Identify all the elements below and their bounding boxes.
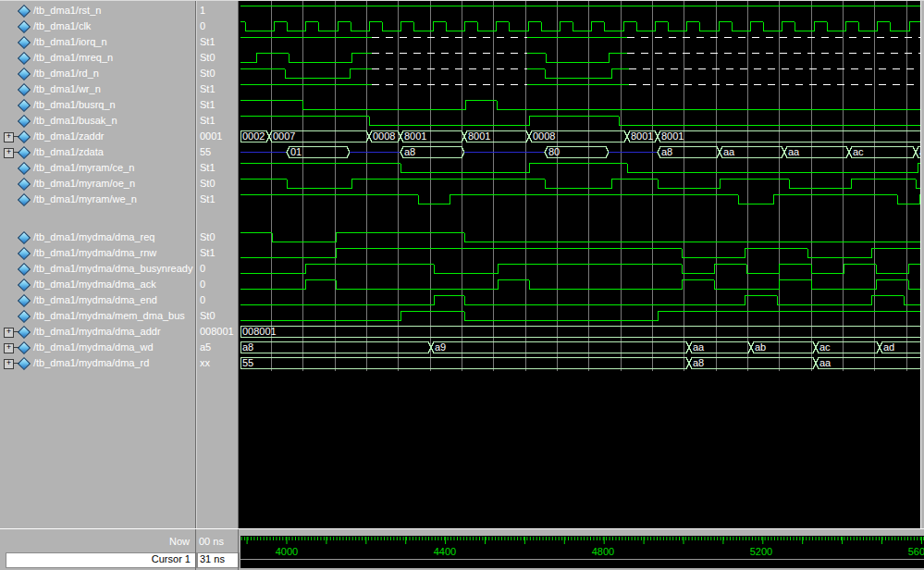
signal-value: St0: [200, 310, 216, 321]
signal-name[interactable]: /tb_dma1/wr_n: [33, 83, 101, 94]
signal-value-row: St1: [197, 81, 238, 97]
signal-name[interactable]: /tb_dma1/iorq_n: [33, 36, 107, 47]
signal-diamond-icon: [18, 20, 31, 33]
signal-name[interactable]: /tb_dma1/mydma/dma_rd: [33, 357, 149, 368]
signal-name[interactable]: /tb_dma1/mydma/dma_rnw: [33, 247, 156, 258]
svg-text:aa: aa: [788, 146, 800, 157]
signal-value: St1: [200, 36, 216, 47]
signal-row[interactable]: /tb_dma1/mydma/dma_busynready: [0, 261, 195, 277]
signal-value: 0: [200, 294, 205, 305]
signal-row[interactable]: /tb_dma1/clk: [0, 19, 195, 34]
signal-value: St1: [200, 162, 216, 173]
signal-name[interactable]: /tb_dma1/zdata: [33, 146, 104, 157]
svg-text:ac: ac: [819, 341, 831, 353]
svg-text:a8: a8: [693, 357, 704, 368]
signal-name[interactable]: /tb_dma1/mydma/dma_wd: [33, 341, 154, 353]
signal-name[interactable]: /tb_dma1/mydma/dma_busynready: [33, 263, 192, 274]
expand-plus-icon[interactable]: +: [4, 359, 14, 369]
svg-text:80: 80: [548, 146, 560, 157]
signal-row[interactable]: +/tb_dma1/mydma/dma_rd: [0, 355, 195, 371]
signal-row[interactable]: +/tb_dma1/zdata: [0, 144, 195, 160]
signal-row[interactable]: /tb_dma1/mydma/dma_req: [0, 229, 195, 245]
signal-name[interactable]: /tb_dma1/myram/ce_n: [33, 162, 134, 173]
modelsim-wave-window: /tb_dma1/rst_n/tb_dma1/clk/tb_dma1/iorq_…: [0, 0, 924, 570]
signal-diamond-icon: [18, 36, 31, 49]
signal-value-row: 1: [197, 3, 238, 19]
bottom-divider-2: [238, 529, 239, 570]
signal-name[interactable]: /tb_dma1/mydma/dma_addr: [33, 326, 161, 337]
signal-diamond-icon: [18, 178, 31, 191]
signal-diamond-icon: [18, 68, 31, 81]
svg-text:0008: 0008: [533, 130, 555, 142]
signal-row[interactable]: /tb_dma1/mydma/dma_ack: [0, 277, 195, 292]
svg-text:0002: 0002: [242, 130, 265, 142]
expand-plus-icon[interactable]: +: [4, 343, 14, 353]
signal-value: St1: [200, 99, 216, 110]
signal-name[interactable]: /tb_dma1/mydma/mem_dma_bus: [33, 310, 185, 321]
signal-row[interactable]: /tb_dma1/mydma/dma_end: [0, 292, 195, 308]
signal-row[interactable]: /tb_dma1/mydma/dma_rnw: [0, 245, 195, 261]
signal-diamond-icon: [18, 193, 31, 206]
svg-text:aa: aa: [819, 357, 832, 368]
waveform-canvas[interactable]: 0002000700088001800100088001800101a880a8…: [240, 1, 924, 528]
signal-value-row: 0: [197, 292, 238, 308]
time-ruler[interactable]: 40004400480052005600: [240, 536, 924, 568]
cursor1-value: 31 ns: [197, 552, 240, 568]
signal-row[interactable]: /tb_dma1/mydma/mem_dma_bus: [0, 308, 195, 324]
signal-row[interactable]: /tb_dma1/iorq_n: [0, 34, 195, 50]
signal-value-row: St1: [197, 113, 238, 129]
signal-name[interactable]: /tb_dma1/mydma/dma_req: [33, 231, 154, 242]
signal-row[interactable]: /tb_dma1/rd_n: [0, 66, 195, 81]
signal-name[interactable]: /tb_dma1/mydma/dma_end: [33, 294, 157, 305]
signal-diamond-icon: [18, 247, 31, 260]
signal-name[interactable]: /tb_dma1/myram/we_n: [33, 193, 137, 204]
signal-value-row: 55: [197, 144, 238, 160]
signal-row[interactable]: /tb_dma1/rst_n: [0, 3, 195, 19]
signal-name[interactable]: /tb_dma1/clk: [33, 20, 91, 31]
signal-name[interactable]: /tb_dma1/rd_n: [33, 68, 99, 79]
signal-diamond-icon: [18, 357, 31, 370]
signal-diamond-icon: [18, 326, 31, 339]
signal-value-row: St0: [197, 176, 238, 192]
svg-text:8001: 8001: [661, 130, 684, 142]
signal-row[interactable]: /tb_dma1/myram/oe_n: [0, 176, 195, 192]
signal-value: 0: [200, 279, 205, 290]
signal-value: St0: [200, 178, 216, 189]
expand-plus-icon[interactable]: +: [4, 148, 14, 158]
signal-name[interactable]: /tb_dma1/myram/oe_n: [33, 178, 135, 189]
signal-diamond-icon: [18, 310, 31, 323]
signal-row[interactable]: +/tb_dma1/mydma/dma_addr: [0, 324, 195, 340]
ruler-time-label: 4000: [276, 546, 298, 557]
cursor1-label[interactable]: Cursor 1: [6, 552, 197, 568]
signal-row[interactable]: /tb_dma1/wr_n: [0, 81, 195, 97]
svg-text:008001: 008001: [242, 326, 277, 337]
signal-value: St0: [200, 52, 216, 63]
signal-value-row: St1: [197, 34, 238, 50]
signal-row[interactable]: +/tb_dma1/mydma/dma_wd: [0, 340, 195, 355]
signal-row[interactable]: /tb_dma1/mreq_n: [0, 50, 195, 66]
signal-value-row: St1: [197, 245, 238, 261]
signal-name[interactable]: /tb_dma1/busak_n: [33, 115, 117, 126]
signal-value: 0: [200, 263, 205, 274]
signal-name[interactable]: /tb_dma1/rst_n: [33, 5, 101, 16]
svg-text:a8: a8: [404, 146, 415, 157]
signal-row[interactable]: /tb_dma1/busak_n: [0, 113, 195, 129]
signal-value-row: St0: [197, 308, 238, 324]
signal-diamond-icon: [18, 99, 31, 112]
ruler-time-label: 5200: [750, 546, 772, 557]
signal-name[interactable]: /tb_dma1/mreq_n: [33, 52, 113, 63]
signal-value: St0: [200, 68, 216, 79]
signal-name[interactable]: /tb_dma1/zaddr: [33, 130, 104, 142]
signal-name[interactable]: /tb_dma1/mydma/dma_ack: [33, 279, 156, 290]
wave-panel-right-edge: [920, 1, 924, 528]
expand-plus-icon[interactable]: +: [4, 132, 14, 142]
expand-plus-icon[interactable]: +: [4, 328, 14, 338]
signal-name-panel[interactable]: /tb_dma1/rst_n/tb_dma1/clk/tb_dma1/iorq_…: [0, 1, 195, 528]
signal-name[interactable]: /tb_dma1/busrq_n: [33, 99, 116, 110]
signal-row[interactable]: /tb_dma1/myram/we_n: [0, 192, 195, 207]
value-wave-divider[interactable]: [238, 1, 239, 528]
signal-row[interactable]: +/tb_dma1/zaddr: [0, 129, 195, 144]
signal-row[interactable]: /tb_dma1/myram/ce_n: [0, 160, 195, 176]
signal-value: St1: [200, 193, 216, 204]
signal-row[interactable]: /tb_dma1/busrq_n: [0, 97, 195, 113]
